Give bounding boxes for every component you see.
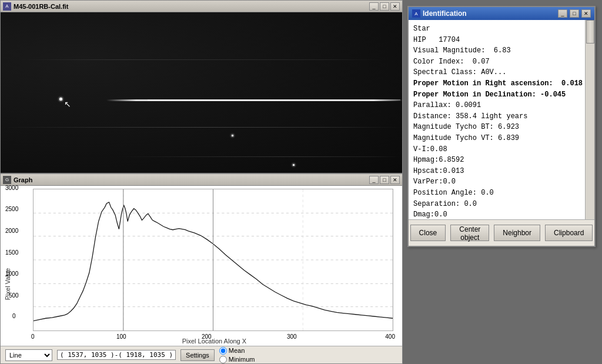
- graph-svg: [34, 189, 393, 330]
- main-image-window: A M45-001RB-Cal.fit _ □ ✕ ↖: [0, 0, 403, 173]
- graph-window-titlebar: G Graph _ □ ✕: [1, 174, 402, 186]
- id-window-title: Identification: [423, 9, 556, 18]
- id-line-13: Hpmag:6.8592: [413, 155, 590, 166]
- id-window-titlebar: A Identification _ □ ✕: [409, 7, 594, 20]
- id-close-button[interactable]: ✕: [581, 9, 591, 18]
- main-window-titlebar: A M45-001RB-Cal.fit _ □ ✕: [1, 1, 402, 12]
- astro-background: [1, 12, 402, 173]
- graph-plot-area: 0 500 1000 1500 2000 2500 3000 0 100 200…: [33, 189, 393, 331]
- graph-window-controls: _ □ ✕: [369, 176, 400, 184]
- close-button[interactable]: Close: [410, 225, 446, 241]
- mean-radio[interactable]: [219, 347, 227, 355]
- id-line-4: Color Index: 0.07: [413, 56, 590, 68]
- id-line-15: VarPer:0.0: [413, 176, 590, 188]
- star-streak-1: [1, 59, 402, 60]
- id-content-area: Star HIP 17704 Visual Magnitude: 6.83 Co…: [409, 20, 594, 219]
- id-line-5: Spectral Class: A0V...: [413, 67, 590, 78]
- close-button[interactable]: ✕: [390, 2, 400, 11]
- graph-window-icon: G: [3, 176, 11, 184]
- graph-maximize-button[interactable]: □: [380, 176, 389, 184]
- id-line-1: Star: [413, 24, 590, 35]
- id-line-7: Proper Motion in Declination: -0.045: [413, 89, 590, 101]
- star-3: [293, 164, 295, 166]
- mean-radio-label[interactable]: Mean: [219, 347, 255, 355]
- settings-button[interactable]: Settings: [180, 349, 215, 361]
- graph-minimize-button[interactable]: _: [369, 176, 379, 184]
- neighbor-button[interactable]: Neighbor: [494, 225, 540, 241]
- scrollbar-thumb[interactable]: [586, 20, 594, 44]
- id-line-3: Visual Magnitude: 6.83: [413, 45, 590, 56]
- id-line-16: Position Angle: 0.0: [413, 188, 590, 199]
- graph-window-title: Graph: [14, 176, 32, 183]
- coordinate-display: ( 1537, 1035 )-( 1918, 1035 ): [57, 350, 176, 360]
- star-2: [232, 135, 233, 136]
- star-1: [59, 98, 62, 101]
- id-line-9: Distance: 358.4 light years: [413, 111, 590, 122]
- id-line-8: Parallax: 0.0091: [413, 100, 590, 111]
- graph-content: Pixel Value 0: [1, 186, 402, 363]
- identification-window: A Identification _ □ ✕ Star HIP 17704 Vi…: [407, 6, 596, 247]
- image-content: ↖: [1, 12, 402, 173]
- graph-type-dropdown[interactable]: Line Bar: [5, 349, 52, 361]
- minimum-radio-label[interactable]: Minimum: [219, 356, 255, 363]
- graph-window: G Graph _ □ ✕ Pixel Value: [0, 173, 403, 364]
- id-line-18: Dmag:0.0: [413, 209, 590, 219]
- main-window-title: M45-001RB-Cal.fit: [14, 3, 69, 10]
- radio-group: Mean Minimum: [219, 347, 255, 363]
- graph-close-button[interactable]: ✕: [390, 176, 400, 184]
- star-streak-3: [1, 127, 402, 128]
- id-maximize-button[interactable]: □: [570, 9, 579, 18]
- x-axis-label: Pixel Location Along X: [182, 338, 246, 345]
- main-window-controls: _ □ ✕: [369, 2, 400, 11]
- id-minimize-button[interactable]: _: [558, 9, 567, 18]
- minimize-button[interactable]: _: [369, 2, 379, 11]
- main-window-icon: A: [3, 2, 11, 11]
- id-line-6: Proper Motion in Right ascension: 0.018: [413, 78, 590, 89]
- id-line-2: HIP 17704: [413, 35, 590, 46]
- bright-streak-1: [106, 99, 402, 101]
- id-line-14: Hpscat:0.013: [413, 166, 590, 177]
- clipboard-button[interactable]: Clipboard: [545, 225, 593, 241]
- maximize-button[interactable]: □: [380, 2, 389, 11]
- id-line-17: Separation: 0.0: [413, 199, 590, 210]
- center-object-button[interactable]: Center object: [450, 225, 489, 241]
- id-line-11: Magnitude Tycho VT: 6.839: [413, 133, 590, 144]
- scrollbar-track: [585, 20, 594, 219]
- graph-bottom-bar: Line Bar ( 1537, 1035 )-( 1918, 1035 ) S…: [1, 346, 402, 363]
- id-line-10: Magnitude Tycho BT: 6.923: [413, 122, 590, 133]
- star-streak-4: [118, 156, 400, 157]
- id-line-12: V-I:0.08: [413, 144, 590, 155]
- minimum-radio[interactable]: [219, 356, 227, 363]
- id-window-icon: A: [412, 9, 420, 18]
- id-button-bar: Close Center object Neighbor Clipboard: [409, 219, 594, 246]
